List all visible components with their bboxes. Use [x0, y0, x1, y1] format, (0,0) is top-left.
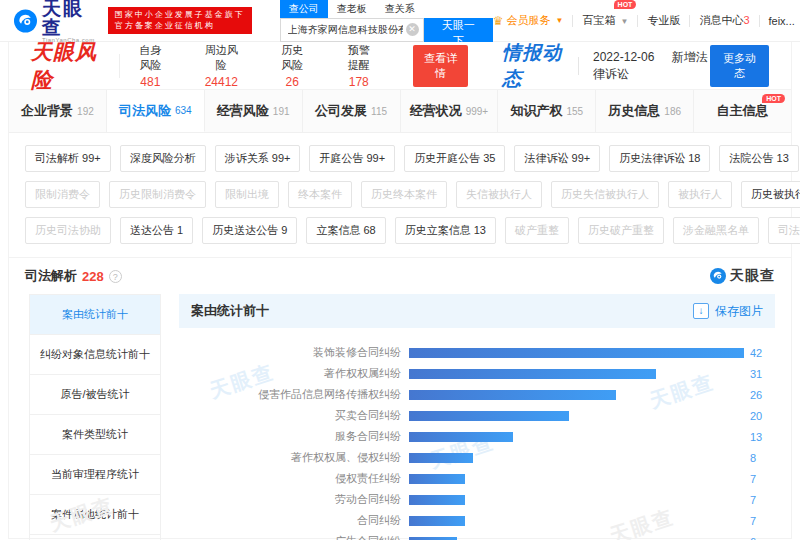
bar-track	[409, 432, 744, 442]
bar[interactable]	[409, 516, 465, 526]
clear-search-icon[interactable]: ✕	[406, 23, 419, 36]
bar-value-label: 42	[750, 347, 762, 359]
main-tab[interactable]: 经营状况 999+	[401, 90, 499, 132]
tab-count: 634	[175, 105, 192, 116]
sidebar-item[interactable]: 原告/被告统计	[30, 375, 160, 415]
save-image-button[interactable]: ↓ 保存图片	[693, 303, 763, 320]
main-tab[interactable]: 历史信息 186	[596, 90, 694, 132]
main-tab[interactable]: 企业背景 192	[9, 90, 107, 132]
filter-tag[interactable]: 失信被执行人	[456, 181, 542, 208]
tab-label: 企业背景	[21, 102, 73, 120]
filter-tag[interactable]: 历史司法协助	[25, 217, 111, 244]
main-tab[interactable]: 自主信息 HOT	[694, 90, 791, 132]
bar[interactable]	[409, 411, 569, 421]
pro-version-link[interactable]: 专业版	[647, 13, 680, 28]
risk-stat-label: 预警提醒	[347, 43, 372, 73]
badge-line2: 官方备案企业征信机构	[115, 21, 245, 32]
sidebar-item[interactable]: 案由统计前十	[30, 295, 160, 335]
filter-tag[interactable]: 历史法律诉讼 18	[609, 145, 710, 172]
bar[interactable]	[409, 495, 465, 505]
bar[interactable]	[409, 390, 616, 400]
search-tab[interactable]: 查老板	[328, 0, 376, 18]
bar[interactable]	[409, 474, 465, 484]
filter-tag[interactable]: 司法拍卖	[768, 217, 800, 244]
filter-tag[interactable]: 历史立案信息 13	[395, 217, 496, 244]
bar[interactable]	[409, 348, 744, 358]
search-input[interactable]	[281, 19, 423, 41]
bar-value-label: 13	[750, 431, 762, 443]
filter-tag[interactable]: 终本案件	[288, 181, 352, 208]
filter-tag[interactable]: 历史送达公告 9	[202, 217, 297, 244]
filter-tag[interactable]: 历史失信被执行人	[551, 181, 659, 208]
risk-stat[interactable]: 预警提醒 178	[347, 43, 372, 89]
news-date: 2022-12-06	[593, 50, 654, 64]
filter-row-1: 司法解析 99+ 深度风险分析 涉诉关系 99+ 开庭公告 99+ 历史开庭公告…	[25, 145, 775, 172]
more-updates-button[interactable]: 更多动态	[710, 45, 769, 87]
filter-tag[interactable]: 涉诉关系 99+	[215, 145, 301, 172]
bar[interactable]	[409, 453, 473, 463]
main-tab[interactable]: 经营风险 191	[205, 90, 303, 132]
tab-label: 司法风险	[119, 102, 171, 120]
bar-row: 服务合同纠纷 13	[179, 426, 775, 447]
risk-stats: 自身风险 481 周边风险 24412 历史风险 26 预警提醒 178	[138, 43, 413, 89]
filter-tag[interactable]: 立案信息 68	[306, 217, 385, 244]
filter-tag[interactable]: 深度风险分析	[120, 145, 206, 172]
vip-services-link[interactable]: ♛ 会员服务 ▼	[493, 13, 564, 28]
divider	[578, 57, 579, 75]
filter-tag[interactable]: 历史开庭公告 35	[404, 145, 505, 172]
tab-count: 999+	[466, 106, 489, 117]
filter-tag[interactable]: 司法解析 99+	[25, 145, 111, 172]
filter-tag[interactable]: 法律诉讼 99+	[514, 145, 600, 172]
main-tab[interactable]: 公司发展 115	[303, 90, 401, 132]
search-button[interactable]: 天眼一下	[424, 18, 493, 42]
sidebar-item[interactable]: 纠纷对象信息统计前十	[30, 335, 160, 375]
risk-stat[interactable]: 自身风险 481	[138, 43, 163, 89]
risk-logo: 天眼风险	[31, 38, 101, 94]
risk-stat[interactable]: 历史风险 26	[280, 43, 305, 89]
tianyancha-logo[interactable]: 天眼查 TianYanCha.com	[14, 0, 98, 43]
sidebar-item[interactable]: 年度涉案信息统计	[30, 535, 160, 540]
bar-row: 装饰装修合同纠纷 42	[179, 342, 775, 363]
tab-count: 186	[664, 106, 681, 117]
filter-tag[interactable]: 破产重整	[505, 217, 569, 244]
filter-tag[interactable]: 历史破产重整	[578, 217, 664, 244]
message-center-link[interactable]: 消息中心3	[699, 13, 749, 28]
tianyancha-eye-icon	[710, 268, 726, 284]
main-tab[interactable]: 知识产权 155	[498, 90, 596, 132]
filter-tag[interactable]: 开庭公告 99+	[309, 145, 395, 172]
filter-tag[interactable]: 历史被执行人 14	[741, 181, 800, 208]
help-icon[interactable]: ?	[109, 270, 122, 283]
page-container: 天眼风险 自身风险 481 周边风险 24412 历史风险 26	[8, 42, 792, 539]
sidebar-item[interactable]: 案件属地统计前十	[30, 495, 160, 535]
filter-tag[interactable]: 历史限制消费令	[109, 181, 206, 208]
tab-label: 知识产权	[510, 102, 562, 120]
filter-tag[interactable]: 法院公告 13	[719, 145, 798, 172]
bar-track	[409, 369, 744, 379]
sidebar-item[interactable]: 当前审理程序统计	[30, 455, 160, 495]
filter-tag[interactable]: 历史终本案件	[361, 181, 447, 208]
tianyancha-eye-icon	[14, 8, 37, 34]
search-tab[interactable]: 查公司	[280, 0, 328, 18]
search-tab[interactable]: 查关系	[376, 0, 424, 18]
treasure-box-link[interactable]: HOT 百宝箱 ▼	[582, 13, 628, 28]
sidebar-item[interactable]: 案件类型统计	[30, 415, 160, 455]
bar[interactable]	[409, 432, 513, 442]
main-tab[interactable]: 司法风险 634	[107, 90, 205, 132]
chart-header: 案由统计前十 ↓ 保存图片	[179, 294, 775, 328]
filter-tag[interactable]: 限制消费令	[25, 181, 100, 208]
filter-tag[interactable]: 被执行人	[668, 181, 732, 208]
filter-tag[interactable]: 涉金融黑名单	[673, 217, 759, 244]
stats-sidebar: 案由统计前十 纠纷对象信息统计前十 原告/被告统计 案件类型统计 当前审理程序统…	[29, 294, 161, 540]
view-details-button[interactable]: 查看详情	[413, 45, 468, 87]
bar-track	[409, 390, 744, 400]
risk-stat[interactable]: 周边风险 24412	[205, 43, 238, 89]
bar-row: 侵权责任纠纷 7	[179, 468, 775, 489]
filter-tag[interactable]: 限制出境	[215, 181, 279, 208]
bar[interactable]	[409, 537, 457, 540]
bar-track	[409, 453, 744, 463]
filter-row-2: 限制消费令 历史限制消费令 限制出境 终本案件 历史终本案件 失信被执行人 历史…	[25, 181, 775, 208]
filter-tag[interactable]: 送达公告 1	[120, 217, 193, 244]
logo-text: 天眼查	[42, 0, 98, 37]
bar[interactable]	[409, 369, 656, 379]
user-account-link[interactable]: feix... ▼	[769, 15, 800, 27]
